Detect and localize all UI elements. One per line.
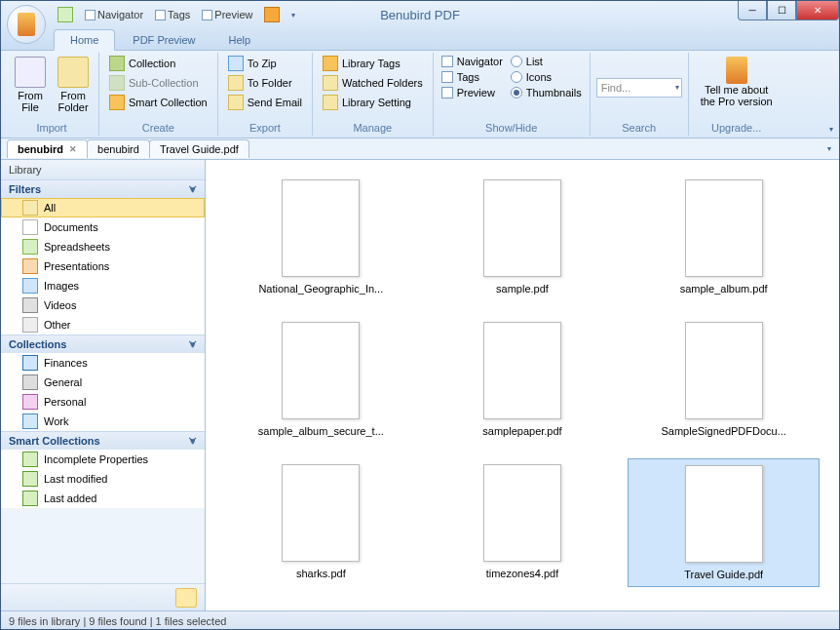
checkbox-icon bbox=[155, 10, 166, 20]
from-file-button[interactable]: From File bbox=[11, 55, 50, 115]
qat-customize-dropdown[interactable]: ▾ bbox=[287, 10, 299, 20]
tab-home[interactable]: Home bbox=[54, 29, 115, 51]
group-label: Search bbox=[596, 120, 682, 134]
page-preview-icon bbox=[685, 465, 763, 563]
filter-item-presentations[interactable]: Presentations bbox=[1, 256, 205, 276]
button-label: Watched Folders bbox=[342, 77, 423, 89]
library-tags-button[interactable]: Library Tags bbox=[319, 55, 427, 72]
filter-item-all[interactable]: All bbox=[1, 198, 205, 217]
group-label: Export bbox=[224, 120, 306, 134]
sidebar-header: Library bbox=[1, 160, 205, 179]
qat-tags-toggle[interactable]: Tags bbox=[151, 8, 194, 21]
smart-item-lastadd[interactable]: Last added bbox=[1, 489, 205, 508]
filter-item-images[interactable]: Images bbox=[1, 276, 205, 295]
from-folder-button[interactable]: From Folder bbox=[54, 55, 93, 115]
document-tab[interactable]: benubird ✕ bbox=[7, 139, 88, 158]
radio-icon bbox=[511, 87, 522, 98]
folder-icon bbox=[228, 75, 244, 91]
file-thumbnail[interactable]: sample_album_secure_t... bbox=[225, 316, 417, 443]
qat-navigator-toggle[interactable]: Navigator bbox=[81, 8, 147, 21]
section-smart-collections: Smart Collections ⮟ Incomplete Propertie… bbox=[1, 431, 205, 508]
document-tab[interactable]: Travel Guide.pdf bbox=[149, 139, 249, 158]
file-thumbnail[interactable]: Travel Guide.pdf bbox=[628, 458, 820, 587]
button-label: Collection bbox=[129, 58, 175, 69]
file-thumbnail[interactable]: sample_album.pdf bbox=[628, 174, 820, 300]
file-thumbnail[interactable]: sample.pdf bbox=[427, 174, 619, 300]
document-tab[interactable]: benubird bbox=[87, 139, 150, 158]
group-export: To Zip To Folder Send Email Export bbox=[218, 53, 313, 136]
item-label: General bbox=[44, 376, 82, 388]
filter-item-videos[interactable]: Videos bbox=[1, 295, 205, 315]
smart-item-incomplete[interactable]: Incomplete Properties bbox=[1, 450, 205, 469]
qat-new-icon[interactable] bbox=[54, 6, 77, 23]
finances-icon bbox=[22, 355, 38, 371]
collection-item-finances[interactable]: Finances bbox=[1, 353, 205, 373]
qat-preview-toggle[interactable]: Preview bbox=[198, 8, 256, 21]
collection-item-personal[interactable]: Personal bbox=[1, 392, 205, 412]
qat-label: Tags bbox=[168, 9, 190, 20]
presentations-icon bbox=[22, 258, 38, 274]
file-thumbnail[interactable]: SampleSignedPDFDocu... bbox=[628, 316, 820, 443]
close-button[interactable]: ✕ bbox=[796, 1, 839, 20]
general-icon bbox=[22, 374, 38, 390]
smart-item-lastmod[interactable]: Last modified bbox=[1, 469, 205, 489]
minimize-button[interactable]: ─ bbox=[738, 1, 767, 20]
section-header-smart[interactable]: Smart Collections ⮟ bbox=[1, 432, 205, 450]
sidebar: Library Filters ⮟ AllDocumentsSpreadshee… bbox=[1, 160, 206, 610]
filter-item-documents[interactable]: Documents bbox=[1, 217, 205, 237]
filter-item-spreadsheets[interactable]: Spreadsheets bbox=[1, 237, 205, 256]
file-name: samplepaper.pdf bbox=[482, 425, 561, 437]
to-zip-button[interactable]: To Zip bbox=[224, 55, 306, 72]
file-thumbnail[interactable]: timezones4.pdf bbox=[427, 458, 619, 587]
tab-overflow-caret[interactable]: ▾ bbox=[827, 144, 831, 153]
preview-checkbox[interactable]: Preview bbox=[439, 86, 505, 99]
file-name: sample_album_secure_t... bbox=[258, 425, 384, 437]
sidebar-action-button[interactable] bbox=[175, 588, 197, 608]
filter-item-other[interactable]: Other bbox=[1, 315, 205, 335]
page-preview-icon bbox=[282, 179, 360, 277]
tags-checkbox[interactable]: Tags bbox=[439, 70, 505, 84]
file-import-icon bbox=[15, 57, 46, 88]
section-header-filters[interactable]: Filters ⮟ bbox=[1, 180, 205, 198]
smart-icon bbox=[22, 452, 38, 467]
group-label: Upgrade... bbox=[695, 120, 779, 134]
file-thumbnail[interactable]: sharks.pdf bbox=[225, 458, 417, 587]
to-folder-button[interactable]: To Folder bbox=[224, 74, 306, 92]
content-area: National_Geographic_In...sample.pdfsampl… bbox=[206, 160, 839, 610]
upgrade-button[interactable]: Tell me about the Pro version bbox=[695, 55, 779, 109]
collection-item-work[interactable]: Work bbox=[1, 412, 205, 431]
group-label: Create bbox=[105, 120, 211, 134]
ribbon-minimize-caret[interactable]: ▾ bbox=[829, 125, 833, 134]
icons-radio[interactable]: Icons bbox=[509, 70, 584, 84]
send-email-button[interactable]: Send Email bbox=[224, 94, 306, 111]
file-thumbnail[interactable]: samplepaper.pdf bbox=[427, 316, 619, 443]
navigator-checkbox[interactable]: Navigator bbox=[439, 55, 505, 68]
radio-icon bbox=[511, 56, 522, 67]
tab-close-icon[interactable]: ✕ bbox=[69, 144, 77, 154]
tab-pdf-preview[interactable]: PDF Preview bbox=[117, 30, 210, 50]
tab-help[interactable]: Help bbox=[213, 30, 267, 50]
library-setting-button[interactable]: Library Setting bbox=[319, 94, 427, 111]
smart-collection-button[interactable]: Smart Collection bbox=[105, 94, 211, 111]
maximize-button[interactable]: ☐ bbox=[767, 1, 796, 20]
section-header-collections[interactable]: Collections ⮟ bbox=[1, 335, 205, 353]
page-preview-icon bbox=[282, 322, 360, 419]
watched-folders-button[interactable]: Watched Folders bbox=[319, 74, 427, 92]
personal-icon bbox=[22, 394, 38, 410]
app-menu-button[interactable] bbox=[7, 5, 46, 44]
collection-button[interactable]: Collection bbox=[105, 55, 211, 72]
list-radio[interactable]: List bbox=[509, 55, 584, 68]
file-name: National_Geographic_In... bbox=[258, 283, 383, 295]
document-tab-strip: benubird ✕ benubird Travel Guide.pdf ▾ bbox=[1, 138, 839, 160]
collection-item-general[interactable]: General bbox=[1, 373, 205, 392]
qat-style-icon[interactable] bbox=[260, 6, 284, 23]
chevron-down-icon: ⮟ bbox=[189, 340, 197, 349]
smart-icon bbox=[22, 491, 38, 506]
thumbnails-radio[interactable]: Thumbnails bbox=[509, 86, 584, 99]
upgrade-text-2: the Pro version bbox=[701, 96, 773, 107]
find-input[interactable]: Find... bbox=[596, 78, 682, 98]
sub-collection-button[interactable]: Sub-Collection bbox=[105, 74, 211, 92]
file-name: sharks.pdf bbox=[296, 568, 346, 579]
upgrade-text-1: Tell me about bbox=[705, 84, 768, 96]
file-thumbnail[interactable]: National_Geographic_In... bbox=[225, 174, 417, 300]
